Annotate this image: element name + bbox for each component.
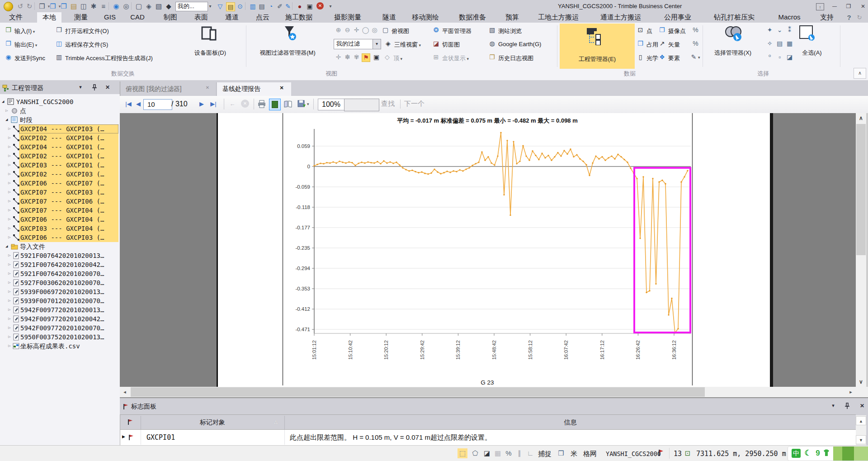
open-remote-file-button[interactable]: 打开远程文件(O) bbox=[65, 27, 109, 35]
ime-moon-icon[interactable]: ☾ bbox=[803, 449, 812, 458]
panel-pin-icon[interactable] bbox=[91, 84, 99, 91]
print-layout-icon[interactable] bbox=[269, 99, 281, 110]
camera-points-button[interactable]: 摄像点 bbox=[668, 27, 686, 35]
close-task-icon[interactable]: ✕ bbox=[316, 2, 324, 10]
pen-tool-icon[interactable]: ✎ bbox=[690, 53, 698, 61]
doc-tab-plan-view-close-icon[interactable]: ✕ bbox=[204, 85, 211, 91]
tree-csv-item[interactable]: ▷坐标高程成果表.csv bbox=[0, 342, 120, 351]
scroll-left-button[interactable]: ◂ bbox=[120, 387, 130, 397]
scroll-up-button[interactable]: ∧ bbox=[856, 113, 866, 123]
pen-icon[interactable]: ✐ bbox=[276, 2, 284, 10]
tree-session-item[interactable]: ▷GXCPI02 --- GXCPI03 (… bbox=[0, 170, 120, 179]
scroll-down-button[interactable]: ∨ bbox=[856, 377, 866, 387]
view-filter-manager-button[interactable]: 视图过滤器管理器(M) bbox=[247, 49, 328, 57]
my-filter-combo[interactable]: 我的过滤 bbox=[334, 39, 376, 49]
current-page-input[interactable]: 10 bbox=[143, 99, 172, 110]
zoom-in-icon[interactable]: ⊕ bbox=[335, 26, 342, 34]
ribbon-tab-公用事业[interactable]: 公用事业 bbox=[660, 12, 695, 23]
tree-file-item[interactable]: ▷5939F0069720201020013… bbox=[0, 287, 120, 296]
import-button[interactable]: 输入(I) ▾ bbox=[14, 27, 35, 35]
select-polygon-icon[interactable]: ⬠ bbox=[470, 448, 480, 458]
image-view-icon[interactable]: ▧ bbox=[155, 2, 163, 10]
ribbon-tab-点云[interactable]: 点云 bbox=[251, 12, 274, 23]
trimble-access-report-icon[interactable]: ▥ bbox=[55, 53, 63, 61]
pan-alt-icon[interactable]: ✾ bbox=[353, 53, 360, 61]
ime-skin-icon[interactable] bbox=[822, 449, 831, 458]
ribbon-tab-工地土方搬运[interactable]: 工地土方搬运 bbox=[533, 12, 583, 23]
tree-session-item[interactable]: ▷GXCPI07 --- GXCPI06 (… bbox=[0, 197, 120, 206]
ribbon-tab-GIS[interactable]: GIS bbox=[100, 12, 119, 23]
undo-icon[interactable]: ↺ bbox=[16, 2, 24, 10]
tree-file-item[interactable]: ▷5950F0037520201020013… bbox=[0, 333, 120, 342]
send-to-sync-button[interactable]: 发送到Sync bbox=[14, 54, 45, 62]
filter-preset-caret[interactable]: ▾ bbox=[207, 2, 213, 10]
view-filter-icon[interactable]: ▽ bbox=[216, 2, 224, 10]
features-button[interactable]: 要素 bbox=[668, 54, 680, 62]
ribbon-tab-制图[interactable]: 制图 bbox=[159, 12, 182, 23]
open-project-icon[interactable]: ▤ bbox=[70, 2, 78, 10]
find-button[interactable]: 查找 bbox=[381, 100, 395, 108]
tree-session-item[interactable]: ▷GXCPI03 --- GXCPI04 (… bbox=[0, 224, 120, 233]
h-scroll-thumb[interactable] bbox=[131, 387, 705, 397]
pin-window-button[interactable]: ↑ bbox=[816, 3, 824, 10]
restore-button[interactable]: ❐ bbox=[845, 3, 852, 10]
tree-session-item[interactable]: ▷GXCPI06 --- GXCPI03 (… bbox=[0, 233, 120, 242]
flags-scroll-up-button[interactable]: ▲ bbox=[856, 416, 866, 425]
tree-session-item[interactable]: ▷GXCPI07 --- GXCPI04 (… bbox=[0, 206, 120, 215]
v-scroll-thumb[interactable] bbox=[856, 124, 866, 255]
tree-session-item[interactable]: ▷GXCPI04 --- GXCPI03 (… bbox=[0, 124, 120, 133]
ribbon-tab-本地[interactable]: 本地 bbox=[37, 12, 61, 23]
optics-icon[interactable]: ▯ bbox=[637, 53, 644, 61]
doc-tab-report-close-icon[interactable]: ✕ bbox=[278, 85, 285, 91]
plane-manager-icon[interactable]: ❂ bbox=[432, 26, 440, 34]
ribbon-tab-预算[interactable]: 预算 bbox=[502, 12, 523, 23]
camera-status-icon[interactable]: ❒ bbox=[556, 448, 566, 458]
google-earth-button[interactable]: Google Earth(G) bbox=[498, 41, 541, 48]
column-header-object[interactable]: 标记对象 bbox=[141, 418, 284, 427]
close-button[interactable]: ✕ bbox=[859, 3, 867, 10]
ribbon-tab-通道土方搬运[interactable]: 通道土方搬运 bbox=[596, 12, 646, 23]
ime-nine-icon[interactable]: 9 bbox=[814, 448, 821, 458]
cutplane-icon[interactable]: ◪ bbox=[432, 40, 440, 48]
ime-bar-2[interactable] bbox=[842, 447, 854, 461]
tree-session-item[interactable]: ▷GXCPI03 --- GXCPI01 (… bbox=[0, 161, 120, 170]
grid-label[interactable]: 格网 bbox=[583, 450, 597, 458]
grid-toggle-icon[interactable]: ▦ bbox=[493, 448, 503, 458]
my-filter-caret[interactable]: ▾ bbox=[373, 39, 381, 49]
top-view-button[interactable]: 顶 ▾ bbox=[393, 54, 402, 62]
save-remote-file-icon[interactable]: ◫ bbox=[55, 40, 63, 48]
ribbon-tab-施工数据[interactable]: 施工数据 bbox=[281, 12, 316, 23]
flag-tool-icon[interactable]: ⚑ bbox=[362, 53, 370, 62]
device-pane-button[interactable]: 设备面板(D) bbox=[185, 49, 235, 57]
view-filter-manager-icon[interactable] bbox=[281, 24, 297, 43]
zoom-out-icon[interactable]: ⊖ bbox=[344, 26, 351, 34]
screen-capture-icon[interactable]: ▣ bbox=[306, 2, 314, 10]
pen-tool-caret[interactable]: ▾ bbox=[698, 55, 700, 60]
station-view-icon[interactable]: ◆ bbox=[165, 2, 173, 10]
send-to-sync-icon[interactable]: ◉ bbox=[5, 53, 12, 61]
window-tool-icon[interactable]: ▣ bbox=[373, 53, 380, 61]
ime-bar-1[interactable] bbox=[833, 447, 842, 461]
ribbon-tab-通道[interactable]: 通道 bbox=[221, 12, 243, 23]
box-display-button[interactable]: 盒状显示 ▾ bbox=[442, 54, 469, 62]
selection-manager-button[interactable]: 选择管理器(X) bbox=[703, 49, 762, 57]
features-icon[interactable]: ❖ bbox=[658, 53, 666, 61]
zoom-center-icon[interactable]: ✛ bbox=[353, 26, 360, 34]
box-display-icon[interactable]: ⊞ bbox=[432, 53, 440, 61]
report-icon[interactable]: ▤ bbox=[258, 2, 266, 10]
plan-view-button[interactable]: 俯视图 bbox=[392, 27, 409, 35]
page-setup-icon[interactable] bbox=[283, 100, 292, 109]
selection-manager-icon[interactable] bbox=[722, 24, 744, 43]
tree-node-points[interactable]: ▷点 bbox=[0, 106, 120, 115]
camera-points-icon[interactable]: ❐ bbox=[658, 26, 666, 34]
export-button-icon[interactable]: ❐ bbox=[5, 40, 12, 48]
tree-session-item[interactable]: ▷GXCPI06 --- GXCPI04 (… bbox=[0, 215, 120, 224]
ribbon-tab-文件[interactable]: 文件 bbox=[5, 12, 27, 23]
select-check-icon[interactable]: ⌄ bbox=[776, 26, 783, 34]
properties-icon[interactable]: ≡ bbox=[99, 2, 108, 10]
ribbon-tab-Macros[interactable]: Macros bbox=[775, 12, 804, 23]
find-next-button[interactable]: 下一个 bbox=[404, 100, 425, 108]
first-page-button[interactable]: |◀ bbox=[124, 100, 132, 108]
flags-panel-pin-icon[interactable] bbox=[844, 402, 851, 409]
select-grid-icon[interactable]: ▦ bbox=[786, 40, 793, 48]
